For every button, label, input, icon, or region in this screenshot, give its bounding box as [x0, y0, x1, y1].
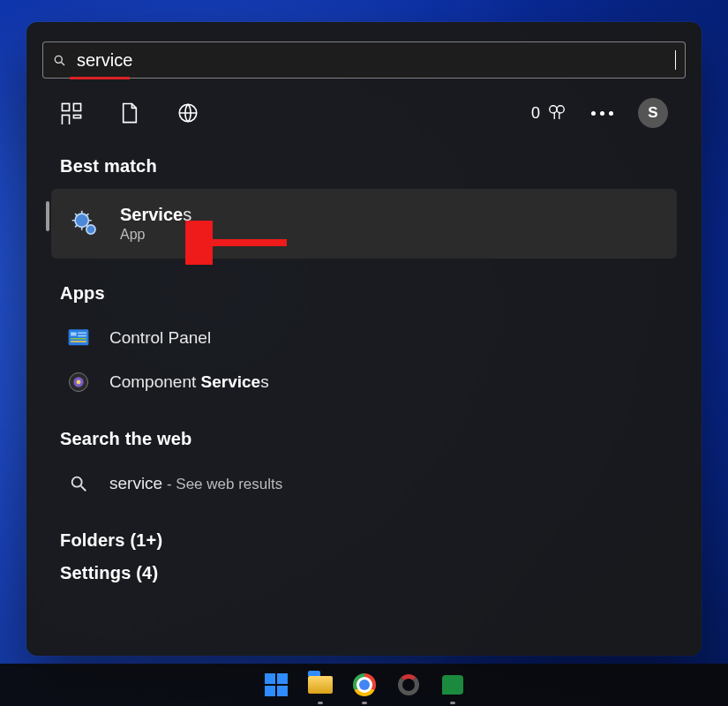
control-panel-icon — [67, 327, 90, 349]
text-caret — [675, 50, 676, 70]
selection-indicator — [46, 201, 49, 231]
chrome-button[interactable] — [350, 671, 379, 699]
svg-rect-4 — [62, 115, 69, 124]
taskbar — [0, 664, 728, 706]
search-icon — [67, 472, 90, 495]
app-button-ring[interactable] — [394, 671, 423, 699]
filter-toolbar: 0 S — [35, 79, 693, 137]
start-button[interactable] — [262, 671, 290, 699]
component-services-icon — [67, 371, 90, 394]
start-search-panel: 0 S Best match — [26, 22, 702, 656]
desktop-wallpaper: 0 S Best match — [0, 0, 728, 706]
running-indicator — [450, 702, 455, 704]
section-folders[interactable]: Folders (1+) — [60, 530, 693, 551]
svg-rect-19 — [69, 329, 89, 345]
documents-filter-icon[interactable] — [118, 101, 141, 124]
web-result-text: service - See web results — [109, 474, 282, 493]
search-input[interactable] — [75, 49, 675, 71]
running-indicator — [318, 702, 323, 704]
svg-line-1 — [62, 63, 64, 65]
running-indicator — [362, 702, 367, 704]
app-result-control-panel[interactable]: Control Panel — [35, 316, 693, 360]
more-menu-button[interactable] — [591, 111, 613, 116]
best-match-subtitle: App — [120, 227, 191, 243]
search-icon — [52, 53, 66, 67]
svg-rect-21 — [78, 333, 86, 334]
file-explorer-button[interactable] — [306, 671, 334, 699]
chat-app-icon — [442, 675, 463, 695]
rewards-count: 0 — [531, 104, 540, 123]
spellcheck-underline — [70, 77, 130, 79]
svg-point-8 — [557, 106, 564, 113]
app-result-component-services[interactable]: Component Services — [35, 360, 693, 404]
section-settings[interactable]: Settings (4) — [60, 563, 693, 583]
rewards-icon — [547, 103, 567, 123]
svg-point-7 — [550, 106, 557, 113]
section-best-match: Best match — [60, 156, 693, 176]
ring-app-icon — [398, 674, 419, 695]
svg-rect-23 — [71, 338, 86, 340]
rewards-points[interactable]: 0 — [531, 103, 567, 123]
avatar-initial: S — [648, 104, 657, 122]
svg-rect-20 — [71, 333, 77, 336]
best-match-title: Services — [120, 205, 191, 225]
services-app-icon — [71, 209, 101, 239]
web-result[interactable]: service - See web results — [35, 462, 693, 506]
svg-line-16 — [75, 224, 78, 227]
app-label: Control Panel — [109, 328, 211, 348]
file-explorer-icon — [308, 676, 333, 694]
section-search-web: Search the web — [60, 429, 693, 449]
svg-rect-2 — [62, 103, 69, 110]
svg-point-0 — [55, 56, 62, 63]
svg-rect-3 — [73, 103, 80, 110]
svg-line-17 — [86, 214, 89, 216]
svg-rect-24 — [71, 341, 86, 342]
search-box[interactable] — [42, 41, 686, 79]
svg-line-29 — [81, 486, 86, 492]
best-match-result[interactable]: Services App — [51, 189, 677, 259]
svg-rect-22 — [78, 335, 86, 337]
section-apps: Apps — [60, 283, 693, 304]
svg-rect-5 — [73, 115, 80, 117]
apps-filter-icon[interactable] — [60, 101, 83, 124]
app-label: Component Services — [109, 372, 269, 392]
svg-point-27 — [77, 380, 81, 385]
svg-point-18 — [86, 224, 95, 233]
windows-logo-icon — [265, 673, 288, 696]
svg-point-28 — [72, 477, 82, 487]
svg-line-14 — [75, 214, 78, 216]
user-avatar[interactable]: S — [638, 98, 668, 128]
chat-app-button[interactable] — [439, 671, 467, 699]
web-filter-icon[interactable] — [176, 101, 199, 124]
chrome-icon — [353, 673, 376, 696]
